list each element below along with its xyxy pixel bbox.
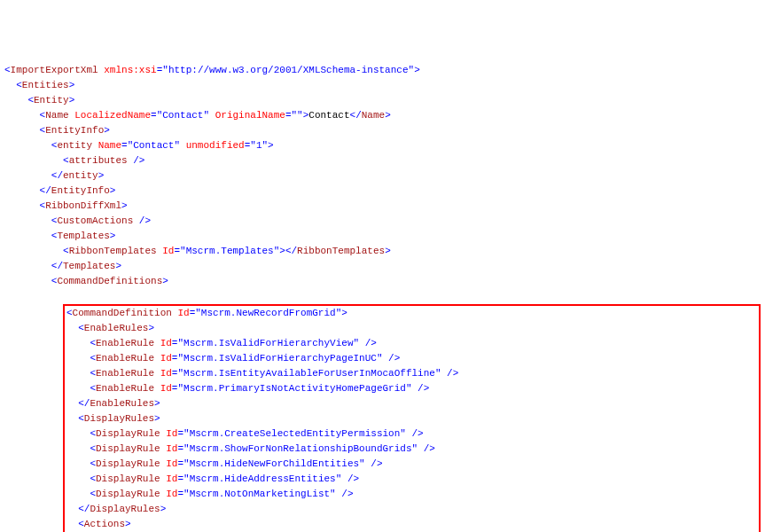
token-pun: </	[40, 185, 51, 196]
token-pun: "	[203, 110, 215, 121]
token-pun: >	[385, 246, 391, 256]
token-pun: ="	[172, 368, 183, 379]
token-attr: LocalizedName	[74, 110, 151, 121]
token-pun: ">	[409, 65, 420, 75]
token-tag: EnableRule	[96, 368, 154, 379]
token-txt	[154, 383, 160, 394]
token-pun: <	[4, 65, 11, 75]
token-pun: ">	[336, 308, 347, 318]
token-pun: "></	[274, 246, 297, 256]
token-val: Mscrm.NewRecordFromGrid	[201, 308, 336, 318]
token-val: Mscrm.Templates	[186, 246, 274, 256]
token-tag: RibbonTemplates	[297, 246, 385, 256]
token-pun: " />	[406, 383, 429, 394]
token-val: Mscrm.IsValidForHierarchyView	[183, 338, 353, 348]
token-pun: />	[133, 155, 144, 166]
token-tag: EntityInfo	[51, 185, 110, 196]
token-pun: </	[78, 398, 90, 409]
token-pun: ="	[172, 383, 183, 394]
token-pun: </	[51, 170, 63, 181]
token-pun: ="	[157, 65, 168, 75]
token-txt	[154, 338, 160, 348]
token-pun: >	[154, 413, 160, 424]
token-val: Mscrm.NotOnMarketingList	[190, 489, 330, 499]
token-pun: >	[110, 185, 116, 196]
token-tag: ImportExportXml	[11, 65, 98, 75]
code-line: <Entities>	[4, 78, 761, 93]
code-line: <RibbonTemplates Id="Mscrm.Templates"></…	[4, 244, 761, 259]
token-attr: OriginalName	[215, 110, 285, 121]
token-txt	[154, 368, 160, 379]
token-attr: Id	[166, 428, 177, 439]
code-line: </entity>	[4, 168, 761, 184]
code-line: <EnableRule Id="Mscrm.IsValidForHierarch…	[66, 351, 757, 366]
token-pun: <	[78, 413, 84, 424]
code-line: <DisplayRules>	[66, 411, 757, 426]
code-line: <CommandDefinition Id="Mscrm.NewRecordFr…	[66, 306, 757, 321]
token-tag: EntityInfo	[45, 125, 104, 136]
code-line: </EntityInfo>	[4, 184, 761, 199]
token-txt	[133, 215, 139, 226]
token-attr: Id	[160, 383, 172, 394]
token-tag: DisplayRule	[96, 458, 160, 469]
token-pun: ="	[121, 140, 133, 151]
code-line: <Templates>	[4, 229, 761, 244]
token-pun: <	[63, 155, 69, 166]
token-tag: entity	[63, 170, 98, 181]
token-tag: EnableRules	[90, 398, 154, 409]
token-pun: >	[162, 276, 168, 286]
code-line: <entity Name="Contact" unmodified="1">	[4, 138, 761, 153]
token-pun: "	[174, 140, 185, 151]
code-line: <DisplayRule Id="Mscrm.NotOnMarketingLis…	[66, 487, 757, 502]
token-txt	[92, 140, 98, 151]
token-pun: ="	[174, 246, 185, 256]
code-line: </DisplayRules>	[66, 502, 757, 517]
highlighted-code-block: <CommandDefinition Id="Mscrm.NewRecordFr…	[63, 304, 761, 532]
token-attr: unmodified	[186, 140, 245, 151]
code-line: <Name LocalizedName="Contact" OriginalNa…	[4, 108, 761, 123]
token-pun: >	[125, 519, 131, 529]
token-pun: >	[121, 200, 128, 211]
token-attr: Id	[162, 246, 174, 256]
code-line: <Entity>	[4, 93, 761, 108]
token-pun: <	[16, 80, 22, 90]
token-attr: xmlns:xsi	[104, 65, 156, 75]
code-line: <CustomActions />	[4, 214, 761, 229]
token-tag: DisplayRule	[96, 489, 160, 499]
token-tag: Actions	[84, 519, 125, 529]
token-tag: RibbonDiffXml	[45, 200, 121, 211]
token-tag: Entities	[22, 80, 69, 90]
token-pun: <	[78, 323, 84, 333]
code-line: <DisplayRule Id="Mscrm.CreateSelectedEnt…	[66, 426, 757, 442]
token-tag: attributes	[69, 155, 128, 166]
token-pun: " />	[400, 428, 423, 439]
token-val: Contact	[133, 140, 174, 151]
token-pun: " />	[377, 353, 400, 364]
token-tag: DisplayRules	[90, 504, 160, 514]
token-pun: >	[154, 398, 160, 409]
token-pun: " />	[336, 473, 359, 484]
token-attr: Id	[177, 308, 189, 318]
token-tag: DisplayRule	[96, 443, 160, 454]
token-pun: " />	[330, 489, 353, 499]
code-line: <DisplayRule Id="Mscrm.HideAddressEntiti…	[66, 472, 757, 487]
token-pun: ="	[285, 110, 297, 121]
token-pun: </	[350, 110, 362, 121]
token-val: Mscrm.IsValidForHierarchyPageInUC	[183, 353, 377, 364]
token-tag: EnableRules	[84, 323, 149, 333]
token-txt: Contact	[308, 110, 349, 121]
token-tag: CustomActions	[57, 215, 133, 226]
token-tag: CommandDefinition	[73, 308, 172, 318]
token-pun: <	[66, 308, 73, 318]
token-attr: Name	[98, 140, 121, 151]
token-pun: >	[110, 231, 116, 241]
code-line: </Templates>	[4, 259, 761, 274]
token-val: Mscrm.HideNewForChildEntities	[190, 458, 359, 469]
token-tag: Templates	[57, 231, 109, 241]
token-pun: ="	[177, 473, 189, 484]
token-pun: ="	[177, 489, 189, 499]
token-attr: Id	[160, 353, 172, 364]
code-line: <DisplayRule Id="Mscrm.ShowForNonRelatio…	[66, 442, 757, 457]
token-pun: </	[78, 504, 90, 514]
token-pun: ="	[190, 308, 201, 318]
